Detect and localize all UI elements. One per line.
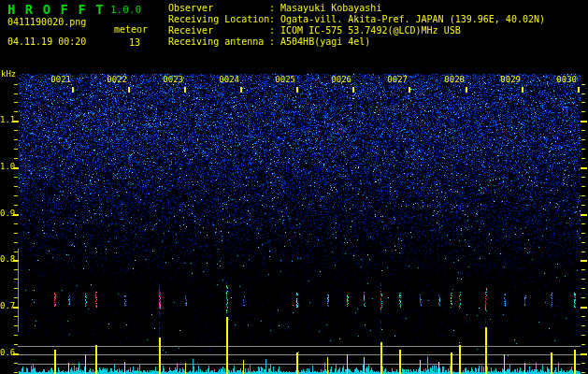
info-row: Receiving antenna: A504HB(yagi 4el) — [168, 37, 545, 49]
time-tick-label: 0027 — [381, 76, 408, 84]
info-value: : ICOM IC-575 53.7492(@LCD)MHz USB — [269, 25, 461, 36]
hrofft-window: H R O F F T 1.0.0 0411190020.png meteor … — [0, 0, 588, 374]
time-tick-label: 0025 — [269, 76, 295, 84]
echo-count: 13 — [129, 38, 140, 48]
time-tick-label: 0026 — [325, 76, 351, 84]
frequency-unit-label: kHz — [1, 70, 16, 79]
freq-tick-label: 0.7 — [0, 302, 13, 310]
info-label: Receiver — [168, 26, 269, 36]
output-filename: 0411190020.png — [7, 18, 86, 27]
freq-tick-label: 0.9 — [0, 209, 13, 218]
info-value: : Ogata-vill. Akita-Pref. JAPAN (139.96E… — [269, 14, 545, 24]
time-tick-label: 0023 — [157, 76, 183, 84]
datetime-label: 04.11.19 00:20 — [7, 37, 86, 47]
freq-tick-label: 0.8 — [0, 255, 13, 264]
time-tick-label: 0030 — [551, 76, 577, 84]
time-tick-label: 0024 — [213, 76, 239, 84]
freq-tick-label: 0.6 — [0, 349, 13, 357]
time-tick-label: 0021 — [45, 76, 71, 84]
freq-tick-label: 1.0 — [0, 163, 13, 171]
freq-tick-label: 1.1 — [0, 116, 13, 124]
info-label: Observer — [168, 4, 269, 13]
info-label: Receiving antenna — [168, 37, 269, 47]
info-value: : A504HB(yagi 4el) — [269, 36, 370, 47]
time-tick-label: 0022 — [101, 76, 127, 84]
mode-label: meteor — [114, 25, 148, 35]
info-value: : Masayuki Kobayashi — [269, 3, 381, 13]
app-version: 1.0.0 — [110, 5, 141, 15]
station-info-block: Observer: Masayuki KobayashiReceiving Lo… — [168, 4, 545, 49]
time-tick-label: 0028 — [438, 76, 465, 84]
app-title: H R O F F T — [7, 3, 105, 16]
info-label: Receiving Location — [168, 15, 269, 24]
spectrogram-canvas — [0, 0, 588, 374]
time-tick-label: 0029 — [495, 76, 521, 84]
